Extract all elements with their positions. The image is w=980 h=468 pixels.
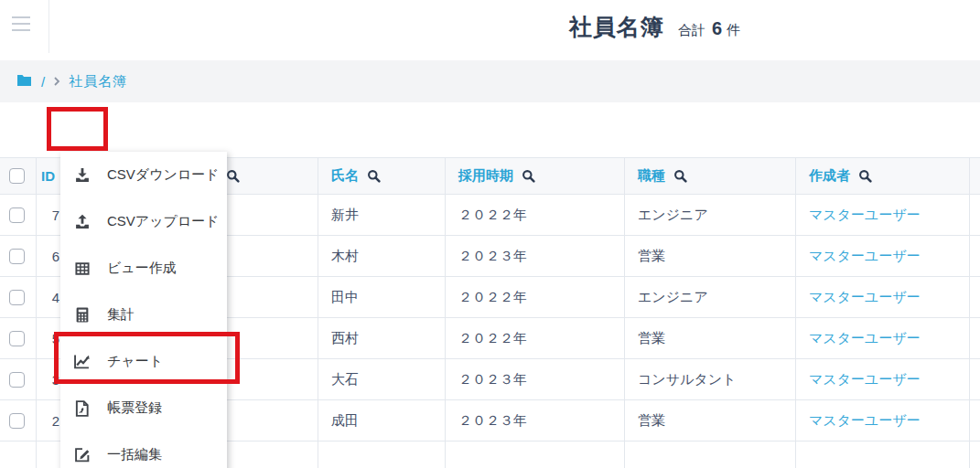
page-title: 社員名簿 [569, 12, 664, 42]
total-count: 6 [712, 18, 722, 39]
total-unit: 件 [727, 22, 740, 39]
cell-hire-period: ２０２２年 [446, 318, 625, 358]
menu-item-bulk-edit[interactable]: 一括編集 [60, 431, 227, 468]
total-label: 合計 [678, 22, 705, 39]
chart-line-icon [72, 354, 92, 369]
top-header: 社員名簿 合計 6 件 [0, 0, 980, 60]
csv-download-icon [72, 167, 92, 183]
cell-creator-link[interactable]: マスターユーザー [809, 207, 921, 224]
cell-name: 新井 [318, 195, 446, 235]
cell-name: 木村 [318, 236, 446, 276]
breadcrumb-current[interactable]: 社員名簿 [69, 73, 127, 90]
column-search-icon[interactable] [858, 169, 873, 184]
row-checkbox[interactable] [9, 207, 25, 223]
select-all-checkbox[interactable] [9, 168, 25, 184]
cell-job-type: コンサルタント [625, 359, 796, 399]
cell-name: 大石 [318, 359, 446, 399]
cell-job-type: エンジニア [625, 277, 796, 317]
cell-hire-period: ２０２３年 [446, 359, 625, 399]
calculator-icon [72, 307, 92, 323]
menu-item-report-register[interactable]: 帳票登録 [60, 385, 227, 431]
menu-item-csv-upload[interactable]: CSVアップロード [60, 198, 227, 245]
column-search-icon[interactable] [522, 169, 536, 184]
menu-item-aggregate[interactable]: 集計 [60, 292, 227, 338]
header-divider [48, 0, 49, 53]
cell-hire-period: ２０２２年 [446, 277, 625, 317]
chevron-right-icon [53, 76, 60, 87]
cell-name: 成田 [318, 400, 446, 441]
column-search-icon[interactable] [673, 169, 688, 184]
list-dropdown-menu: CSVダウンロード CSVアップロード ビュー作成 集計 チャート 帳票登録 [60, 152, 227, 468]
row-checkbox[interactable] [9, 331, 25, 346]
column-search-icon[interactable] [226, 169, 241, 184]
cell-job-type: 営業 [625, 400, 796, 441]
cell-creator-link[interactable]: マスターユーザー [809, 371, 921, 388]
row-checkbox[interactable] [9, 249, 25, 264]
column-header-creator[interactable]: 作成者 [796, 158, 970, 194]
cell-creator-link[interactable]: マスターユーザー [809, 289, 921, 306]
cell-creator-link[interactable]: マスターユーザー [809, 248, 921, 265]
cell-hire-period: ２０２２年 [446, 195, 625, 235]
cell-job-type: エンジニア [625, 195, 796, 235]
app-menu-icon[interactable] [11, 16, 31, 36]
breadcrumb-root-link[interactable]: / [41, 74, 45, 90]
row-checkbox[interactable] [9, 290, 25, 305]
title-block: 社員名簿 合計 6 件 [569, 12, 740, 42]
column-header-job-type[interactable]: 職種 [625, 158, 796, 194]
cell-name: 田中 [318, 277, 446, 317]
toolbar: 編集モード (カスタム) PigeonAI [0, 102, 980, 157]
cell-hire-period: ２０２３年 [446, 400, 625, 441]
folder-icon[interactable] [16, 74, 32, 90]
table-view-icon [72, 261, 92, 276]
column-header-name[interactable]: 氏名 [318, 158, 446, 194]
column-search-icon[interactable] [367, 169, 382, 184]
row-checkbox[interactable] [9, 413, 25, 429]
menu-item-chart[interactable]: チャート [60, 338, 227, 385]
cell-creator-link[interactable]: マスターユーザー [809, 412, 921, 430]
menu-item-csv-download[interactable]: CSVダウンロード [60, 152, 227, 198]
cell-job-type: 営業 [625, 236, 796, 276]
csv-upload-icon [72, 214, 92, 229]
menu-item-create-view[interactable]: ビュー作成 [60, 245, 227, 292]
bulk-edit-icon [72, 447, 92, 463]
pdf-file-icon [72, 400, 92, 417]
row-checkbox[interactable] [9, 372, 25, 388]
column-header-hire-period[interactable]: 採用時期 [446, 158, 625, 194]
breadcrumb: / 社員名簿 [0, 60, 980, 102]
cell-hire-period: ２０２３年 [446, 236, 625, 276]
cell-creator-link[interactable]: マスターユーザー [809, 330, 921, 347]
cell-name: 西村 [318, 318, 446, 358]
cell-job-type: 営業 [625, 318, 796, 358]
